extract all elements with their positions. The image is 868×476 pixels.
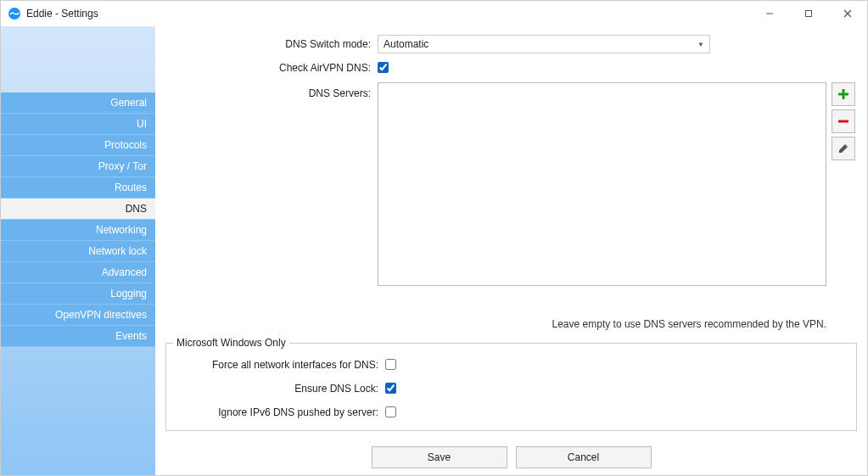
ignore-ipv6-checkbox[interactable] [385,406,396,417]
add-icon [837,87,850,101]
cancel-button[interactable]: Cancel [516,446,652,468]
sidebar-item-dns[interactable]: DNS [1,199,155,220]
remove-icon [837,115,850,128]
row-check-airvpn-dns: Check AirVPN DNS: [165,59,857,77]
chevron-down-icon: ▼ [697,41,704,48]
dns-servers-list[interactable] [378,82,826,286]
sidebar: GeneralUIProtocolsProxy / TorRoutesDNSNe… [1,26,155,475]
dns-servers-hint: Leave empty to use DNS servers recommend… [165,318,826,330]
label-ensure-dns-lock: Ensure DNS Lock: [173,379,385,398]
window-controls [750,1,867,26]
sidebar-item-advanced[interactable]: Advanced [1,262,155,283]
row-dns-servers: DNS Servers: [165,82,857,310]
button-bar: Save Cancel [165,440,857,475]
windows-only-legend: Microsoft Windows Only [173,337,289,349]
label-dns-switch-mode: DNS Switch mode: [165,35,378,53]
add-dns-button[interactable] [832,82,855,106]
edit-dns-button[interactable] [832,137,855,160]
sidebar-item-routes[interactable]: Routes [1,177,155,199]
edit-icon [837,142,850,155]
sidebar-item-proxy-tor[interactable]: Proxy / Tor [1,156,155,177]
minimize-button[interactable] [750,1,789,26]
label-ignore-ipv6: Ignore IPv6 DNS pushed by server: [173,403,385,422]
windows-only-group: Microsoft Windows Only Force all network… [165,337,857,431]
dns-switch-mode-value: Automatic [384,38,428,50]
sidebar-item-networking[interactable]: Networking [1,220,155,241]
force-all-interfaces-checkbox[interactable] [385,359,396,370]
dns-server-buttons [832,82,857,160]
row-ensure-dns-lock: Ensure DNS Lock: [173,379,849,398]
sidebar-item-openvpn-directives[interactable]: OpenVPN directives [1,305,155,326]
label-dns-servers: DNS Servers: [165,82,378,103]
content-area: DNS Switch mode: Automatic ▼ Check AirVP… [155,26,867,475]
svg-rect-2 [806,11,812,17]
row-dns-switch-mode: DNS Switch mode: Automatic ▼ [165,35,857,53]
dns-form: DNS Switch mode: Automatic ▼ Check AirVP… [165,35,857,440]
label-check-airvpn-dns: Check AirVPN DNS: [165,59,378,77]
body: GeneralUIProtocolsProxy / TorRoutesDNSNe… [1,26,867,475]
label-force-all-interfaces: Force all network interfaces for DNS: [173,356,385,374]
row-force-all-interfaces: Force all network interfaces for DNS: [173,356,849,374]
app-icon [8,7,21,20]
remove-dns-button[interactable] [832,109,855,133]
save-button[interactable]: Save [372,446,507,468]
titlebar: Eddie - Settings [1,1,867,26]
check-airvpn-dns-checkbox[interactable] [378,62,389,73]
maximize-button[interactable] [789,1,828,26]
sidebar-item-network-lock[interactable]: Network lock [1,241,155,262]
ensure-dns-lock-checkbox[interactable] [385,383,396,394]
dns-switch-mode-select[interactable]: Automatic ▼ [378,35,710,53]
sidebar-item-events[interactable]: Events [1,326,155,347]
row-ignore-ipv6: Ignore IPv6 DNS pushed by server: [173,403,849,422]
sidebar-item-general[interactable]: General [1,92,155,114]
close-button[interactable] [828,1,867,26]
sidebar-item-ui[interactable]: UI [1,114,155,135]
sidebar-item-protocols[interactable]: Protocols [1,135,155,156]
window-title: Eddie - Settings [26,8,750,20]
sidebar-item-logging[interactable]: Logging [1,283,155,305]
settings-window: Eddie - Settings GeneralUIProtocolsProxy… [0,0,868,476]
